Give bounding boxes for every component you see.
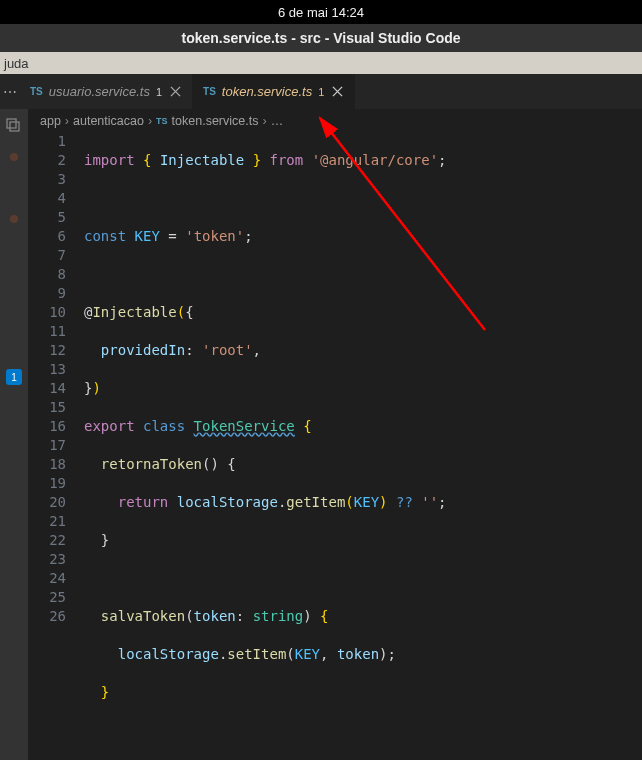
line-number: 7 <box>28 246 66 265</box>
menu-item-ajuda[interactable]: juda <box>4 56 29 71</box>
line-number: 26 <box>28 607 66 626</box>
typescript-icon: TS <box>203 86 216 97</box>
line-number: 16 <box>28 417 66 436</box>
line-gutter: 1 2 3 4 5 6 7 8 9 10 11 12 13 14 15 16 1… <box>28 132 84 760</box>
code-content[interactable]: import { Injectable } from '@angular/cor… <box>84 132 642 760</box>
editor-tabs: ⋯ TS usuario.service.ts 1 TS token.servi… <box>0 74 642 109</box>
scm-badge[interactable]: 1 <box>6 369 22 385</box>
keyword: return <box>118 494 169 510</box>
class-name: TokenService <box>194 418 295 434</box>
svg-rect-1 <box>10 122 19 131</box>
string: 'root' <box>202 342 253 358</box>
line-number: 10 <box>28 303 66 322</box>
typescript-icon: TS <box>156 116 168 126</box>
decoration-dot-icon <box>10 215 18 223</box>
editor: app › autenticacao › TS token.service.ts… <box>28 109 642 760</box>
string: '@angular/core' <box>312 152 438 168</box>
svg-rect-0 <box>7 119 16 128</box>
close-icon[interactable] <box>330 85 344 99</box>
line-number: 1 <box>28 132 66 151</box>
code-area[interactable]: 1 2 3 4 5 6 7 8 9 10 11 12 13 14 15 16 1… <box>28 132 642 760</box>
line-number: 18 <box>28 455 66 474</box>
string: 'token' <box>185 228 244 244</box>
keyword: import <box>84 152 135 168</box>
breadcrumb-segment[interactable]: token.service.ts <box>172 114 259 128</box>
line-number: 25 <box>28 588 66 607</box>
breadcrumbs[interactable]: app › autenticacao › TS token.service.ts… <box>28 109 642 132</box>
breadcrumb-segment[interactable]: autenticacao <box>73 114 144 128</box>
keyword: from <box>270 152 304 168</box>
operator: ?? <box>396 494 413 510</box>
line-number: 3 <box>28 170 66 189</box>
window-title-bar: token.service.ts - src - Visual Studio C… <box>0 24 642 52</box>
identifier: localStorage <box>118 646 219 662</box>
keyword: export <box>84 418 135 434</box>
line-number: 12 <box>28 341 66 360</box>
keyword: class <box>143 418 185 434</box>
breadcrumb-overflow[interactable]: … <box>271 114 284 128</box>
system-status-bar: 6 de mai 14:24 <box>0 0 642 24</box>
keyword: const <box>84 228 126 244</box>
line-number: 8 <box>28 265 66 284</box>
line-number: 5 <box>28 208 66 227</box>
constant: KEY <box>295 646 320 662</box>
identifier: token <box>337 646 379 662</box>
chevron-right-icon: › <box>262 114 266 128</box>
method: salvaToken <box>101 608 185 624</box>
breadcrumb-segment[interactable]: app <box>40 114 61 128</box>
line-number: 22 <box>28 531 66 550</box>
line-number: 11 <box>28 322 66 341</box>
chevron-right-icon: › <box>65 114 69 128</box>
identifier: localStorage <box>177 494 278 510</box>
line-number: 19 <box>28 474 66 493</box>
line-number: 4 <box>28 189 66 208</box>
line-number: 20 <box>28 493 66 512</box>
main-area: 1 app › autenticacao › TS token.service.… <box>0 109 642 760</box>
decoration-dot-icon <box>10 153 18 161</box>
identifier: Injectable <box>160 152 244 168</box>
line-number: 14 <box>28 379 66 398</box>
close-icon[interactable] <box>168 85 182 99</box>
decorator-name: Injectable <box>92 304 176 320</box>
system-clock: 6 de mai 14:24 <box>278 5 364 20</box>
tab-label: usuario.service.ts <box>49 84 150 99</box>
line-number: 21 <box>28 512 66 531</box>
method-call: getItem <box>286 494 345 510</box>
modified-indicator: 1 <box>156 86 162 98</box>
line-number: 15 <box>28 398 66 417</box>
tab-overflow-icon[interactable]: ⋯ <box>0 74 20 109</box>
constant: KEY <box>354 494 379 510</box>
scm-count: 1 <box>11 372 17 383</box>
property: providedIn <box>101 342 185 358</box>
line-number: 17 <box>28 436 66 455</box>
constant: KEY <box>135 228 160 244</box>
chevron-right-icon: › <box>148 114 152 128</box>
method-call: setItem <box>227 646 286 662</box>
parameter: token <box>194 608 236 624</box>
menu-bar[interactable]: juda <box>0 52 642 74</box>
line-number: 24 <box>28 569 66 588</box>
window-title: token.service.ts - src - Visual Studio C… <box>181 30 460 46</box>
method: retornaToken <box>101 456 202 472</box>
line-number: 9 <box>28 284 66 303</box>
tab-token-service[interactable]: TS token.service.ts 1 <box>193 74 355 109</box>
modified-indicator: 1 <box>318 86 324 98</box>
open-editors-icon[interactable] <box>5 117 23 135</box>
line-number: 23 <box>28 550 66 569</box>
line-number: 13 <box>28 360 66 379</box>
tab-label: token.service.ts <box>222 84 312 99</box>
line-number: 2 <box>28 151 66 170</box>
line-number: 6 <box>28 227 66 246</box>
tab-usuario-service[interactable]: TS usuario.service.ts 1 <box>20 74 193 109</box>
string: '' <box>421 494 438 510</box>
activity-bar: 1 <box>0 109 28 760</box>
typescript-icon: TS <box>30 86 43 97</box>
type: string <box>253 608 304 624</box>
operator: = <box>168 228 176 244</box>
